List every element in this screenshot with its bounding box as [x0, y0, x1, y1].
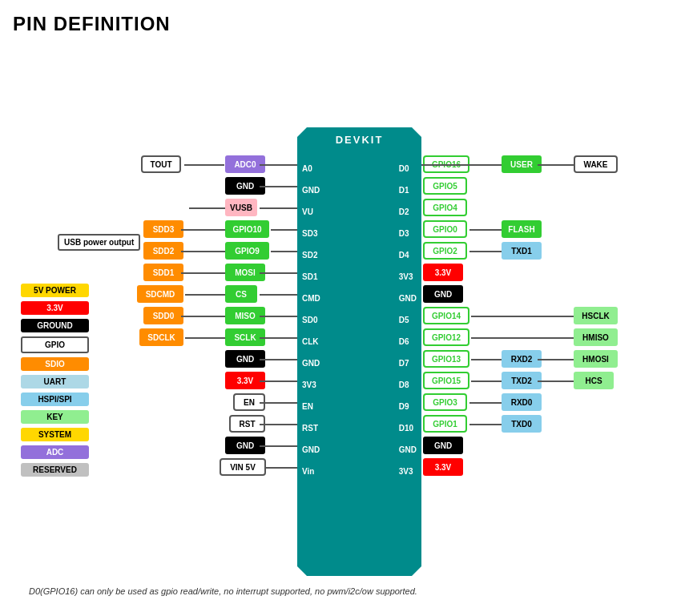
legend-reserved: RESERVED [21, 463, 89, 477]
badge-GND-right-cmd: GND [423, 285, 463, 303]
line-sdd2-gpio9 [181, 251, 225, 252]
legend-uart: UART [21, 375, 89, 389]
badge-TOUT: TOUT [141, 155, 181, 173]
chip-left-3V3: 3V3 [302, 374, 320, 396]
chip-left-SD0: SD0 [302, 309, 320, 331]
line-gpio0-flash [469, 229, 502, 231]
line-gpio16-user [423, 164, 502, 166]
line-rxd2-hmosi [538, 359, 574, 360]
usb-power-label: USB power output [58, 234, 140, 251]
footnote: D0(GPIO16) can only be used as gpio read… [29, 586, 417, 596]
badge-VUSB: VUSB [225, 199, 257, 216]
chip-left-GND3: GND [302, 439, 320, 461]
line-miso-chip [260, 316, 297, 317]
chip-left-EN: EN [302, 396, 320, 417]
line-gpio14-hsclk [471, 316, 574, 317]
chip-right-D3: D3 [399, 223, 417, 244]
legend-sdio: SDIO [21, 357, 89, 371]
badge-SDCMD: SDCMD [137, 285, 183, 303]
badge-GPIO2: GPIO2 [423, 242, 467, 260]
chip-right-D10: D10 [399, 417, 417, 439]
line-usb-vusb [189, 207, 225, 209]
badge-SDD0: SDD0 [143, 307, 183, 324]
legend-adc: ADC [21, 445, 89, 459]
line-gpio15-txd2 [471, 380, 502, 382]
chip-right-D4: D4 [399, 244, 417, 266]
badge-GPIO15: GPIO15 [423, 372, 469, 389]
line-user-wake [538, 164, 574, 166]
chip-left-GND2: GND [302, 352, 320, 374]
chip-left-CLK: CLK [302, 331, 320, 352]
chip-right-D7: D7 [399, 352, 417, 374]
line-vin-chip [266, 467, 297, 469]
line-mosi-chip [260, 272, 297, 274]
badge-GPIO0: GPIO0 [423, 220, 467, 238]
badge-HCS: HCS [574, 372, 614, 389]
line-sdd0-miso [181, 316, 225, 317]
line-gpio13-rxd2 [471, 359, 502, 360]
legend-ground: GROUND [21, 319, 89, 332]
chip-right-D2: D2 [399, 201, 417, 223]
chip-right-D8: D8 [399, 374, 417, 396]
line-gpio3-rxd0 [469, 402, 502, 404]
badge-3V3-right-3v3: 3.3V [423, 458, 463, 476]
badge-GND-right-gnd: GND [423, 437, 463, 454]
legend-system: SYSTEM [21, 428, 89, 441]
legend-3v3: 3.3V [21, 301, 89, 315]
badge-USER: USER [502, 155, 542, 173]
line-vusb-chip [260, 207, 297, 209]
badge-GPIO9: GPIO9 [225, 242, 269, 260]
line-gpio12-hmiso [471, 337, 574, 339]
chip-right-D5: D5 [399, 309, 417, 331]
line-sdd1-mosi [181, 272, 225, 274]
badge-GPIO10: GPIO10 [225, 220, 269, 238]
line-gnd10-chip [260, 359, 297, 360]
chip-left-SD1: SD1 [302, 266, 320, 288]
line-txd2-hcs [538, 380, 574, 382]
badge-TXD0: TXD0 [502, 415, 542, 433]
badge-FLASH: FLASH [502, 220, 542, 238]
line-en-chip [260, 402, 297, 404]
chip-left-RST: RST [302, 417, 320, 439]
line-tout-adc0 [184, 164, 224, 166]
badge-RXD0: RXD0 [502, 393, 542, 411]
chip-right-D9: D9 [399, 396, 417, 417]
badge-VIN5V: VIN 5V [220, 458, 266, 476]
legend-5v-power: 5V POWER [21, 284, 89, 297]
badge-SDD3: SDD3 [143, 220, 183, 238]
line-gpio9-chip [271, 251, 297, 252]
line-gpio1-txd0 [469, 424, 502, 425]
line-gnd2-chip [260, 186, 297, 187]
chip-right-3V3b: 3V3 [399, 461, 417, 482]
line-cs-chip [260, 294, 297, 296]
badge-WAKE: WAKE [574, 155, 618, 173]
chip-right-GND2: GND [399, 439, 417, 461]
pin-diagram: DEVKIT A0 GND VU SD3 SD2 SD1 CMD SD0 CLK… [13, 51, 678, 596]
line-sdd3-gpio10 [181, 229, 225, 231]
badge-TXD2: TXD2 [502, 372, 542, 389]
chip-right-D1: D1 [399, 179, 417, 201]
chip-right-GND: GND [399, 288, 417, 309]
line-3v3-chip [260, 380, 297, 382]
legend: 5V POWER 3.3V GROUND GPIO SDIO UART HSPI… [21, 284, 89, 477]
chip-left-SD3: SD3 [302, 223, 320, 244]
badge-GPIO3: GPIO3 [423, 393, 467, 411]
badge-GPIO14: GPIO14 [423, 307, 469, 324]
legend-hspi: HSPI/SPI [21, 393, 89, 406]
chip-left-VU: VU [302, 201, 320, 223]
badge-HMOSI: HMOSI [574, 350, 618, 368]
chip-right-D0: D0 [399, 158, 417, 179]
badge-GPIO12: GPIO12 [423, 328, 469, 346]
line-sdclk-sclk [185, 337, 225, 339]
badge-SDCLK: SDCLK [139, 328, 183, 346]
page-title: PIN DEFINITION [13, 13, 676, 35]
badge-GPIO13: GPIO13 [423, 350, 469, 368]
badge-GPIO4: GPIO4 [423, 199, 467, 216]
line-gpio2-txd1 [469, 251, 502, 252]
badge-SDD1: SDD1 [143, 264, 183, 281]
legend-key: KEY [21, 410, 89, 424]
badge-RXD2: RXD2 [502, 350, 542, 368]
chip-right-D6: D6 [399, 331, 417, 352]
line-gnd14-chip [260, 445, 297, 447]
badge-TXD1: TXD1 [502, 242, 542, 260]
